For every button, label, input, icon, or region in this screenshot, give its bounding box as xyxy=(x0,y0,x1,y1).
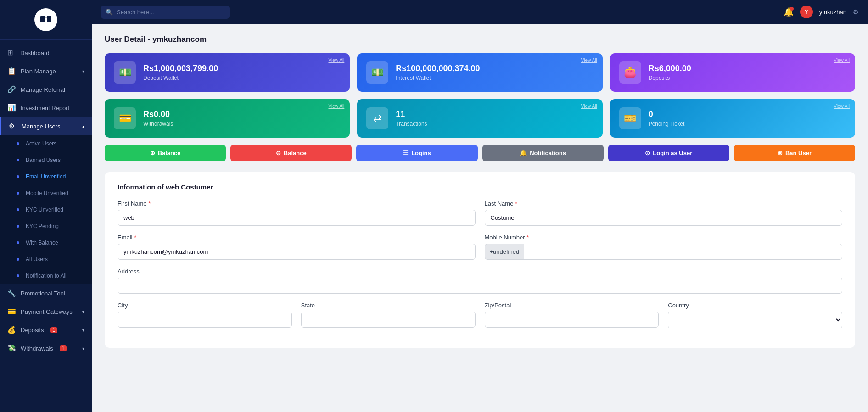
required-marker: * xyxy=(148,200,151,207)
required-marker: * xyxy=(526,234,529,241)
sidebar-item-plan-manage[interactable]: 📋 Plan Manage ▾ xyxy=(0,62,92,80)
notifications-button[interactable]: 🔔 Notifications xyxy=(482,145,604,161)
search-input[interactable] xyxy=(101,6,230,19)
sidebar-item-notification-to-all[interactable]: Notification to All xyxy=(0,267,92,284)
form-group-country: Country xyxy=(668,302,842,328)
view-all-link[interactable]: View All xyxy=(834,58,850,63)
dot-icon xyxy=(17,159,19,161)
referral-icon: 🔗 xyxy=(7,85,16,94)
sidebar-item-banned-users[interactable]: Banned Users xyxy=(0,152,92,168)
form-group-state: State xyxy=(301,302,476,328)
sidebar-item-manage-users[interactable]: ⚙ Manage Users ▴ xyxy=(0,117,92,135)
required-marker: * xyxy=(515,200,517,207)
sidebar-item-label: Withdrawals xyxy=(21,345,53,352)
sidebar-item-all-users[interactable]: All Users xyxy=(0,251,92,267)
stat-info: Rs6,000.00 Deposits xyxy=(649,64,846,81)
add-balance-button[interactable]: ⊕ Balance xyxy=(105,145,226,161)
state-input[interactable] xyxy=(301,312,476,328)
ban-user-button[interactable]: ⊗ Ban User xyxy=(734,145,855,161)
logins-button[interactable]: ☰ Logins xyxy=(356,145,477,161)
logo-icon xyxy=(39,12,53,27)
sidebar-item-withdrawals[interactable]: 💸 Withdrawals 1 ▾ xyxy=(0,339,92,357)
dot-icon xyxy=(17,274,19,277)
last-name-label: Last Name * xyxy=(485,200,843,207)
country-label: Country xyxy=(668,302,842,309)
transactions-icon: ⇄ xyxy=(366,107,388,129)
view-all-link[interactable]: View All xyxy=(581,104,597,109)
remove-balance-label: Balance xyxy=(284,150,307,156)
email-input[interactable] xyxy=(118,244,476,260)
phone-group: +undefined xyxy=(485,244,843,260)
page-title: User Detail - ymkuzhancom xyxy=(105,35,855,44)
sidebar-item-label: Deposits xyxy=(21,327,44,334)
city-input[interactable] xyxy=(118,312,292,328)
country-select[interactable] xyxy=(668,312,842,328)
view-all-link[interactable]: View All xyxy=(328,58,344,63)
user-icon: ⊙ xyxy=(645,150,650,156)
last-name-input[interactable] xyxy=(485,210,843,226)
deposit-wallet-label: Deposit Wallet xyxy=(143,75,341,81)
minus-icon: ⊖ xyxy=(276,150,281,156)
sidebar-subnav-label: Active Users xyxy=(26,140,56,147)
search-wrapper: 🔍 xyxy=(101,6,230,19)
sidebar-item-investment-report[interactable]: 📊 Investment Report xyxy=(0,99,92,117)
transactions-label: Transactions xyxy=(396,121,593,127)
sidebar-subnav-label: KYC Pending xyxy=(26,223,59,229)
stat-info: 11 Transactions xyxy=(396,110,593,127)
chevron-up-icon: ▴ xyxy=(82,124,84,129)
deposits-icon: 👛 xyxy=(619,61,641,84)
action-buttons: ⊕ Balance ⊖ Balance ☰ Logins 🔔 Notificat… xyxy=(105,145,855,161)
deposits-badge: 1 xyxy=(50,327,58,333)
wallet-icon: 💵 xyxy=(114,61,136,84)
view-all-link[interactable]: View All xyxy=(581,58,597,63)
stat-card-deposits: 👛 Rs6,000.00 Deposits View All xyxy=(610,53,855,92)
dot-icon xyxy=(17,175,19,178)
sidebar-item-promotional-tool[interactable]: 🔧 Promotional Tool xyxy=(0,284,92,302)
dot-icon xyxy=(17,142,19,145)
sidebar-item-deposits[interactable]: 💰 Deposits 1 ▾ xyxy=(0,321,92,339)
sidebar-item-kyc-pending[interactable]: KYC Pending xyxy=(0,218,92,234)
sidebar-item-manage-referral[interactable]: 🔗 Manage Referral xyxy=(0,80,92,99)
first-name-input[interactable] xyxy=(118,210,476,226)
sidebar-item-with-balance[interactable]: With Balance xyxy=(0,234,92,251)
stat-info: 0 Pending Ticket xyxy=(649,110,846,127)
email-label: Email * xyxy=(118,234,476,241)
notifications-bell-button[interactable]: 🔔 xyxy=(784,7,794,17)
form-group-last-name: Last Name * xyxy=(485,200,843,226)
sidebar-item-payment-gateways[interactable]: 💳 Payment Gateways ▾ xyxy=(0,302,92,321)
view-all-link[interactable]: View All xyxy=(834,104,850,109)
dot-icon xyxy=(17,225,19,228)
form-group-first-name: First Name * xyxy=(118,200,476,226)
topbar-right: 🔔 Y ymkuzhan ⚙ xyxy=(784,6,859,18)
mobile-input[interactable] xyxy=(524,244,842,260)
login-as-user-button[interactable]: ⊙ Login as User xyxy=(608,145,729,161)
sidebar-subnav-label: With Balance xyxy=(26,239,58,246)
view-all-link[interactable]: View All xyxy=(328,104,344,109)
sidebar-item-label: Investment Report xyxy=(21,105,69,111)
zip-input[interactable] xyxy=(485,312,659,328)
address-input[interactable] xyxy=(118,278,842,294)
sidebar-item-dashboard[interactable]: ⊞ Dashboard xyxy=(0,44,92,62)
ban-user-label: Ban User xyxy=(785,150,812,156)
sidebar-item-label: Plan Manage xyxy=(21,68,56,75)
interest-wallet-amount: Rs100,000,000,374.00 xyxy=(396,64,593,74)
ticket-icon: 🎫 xyxy=(619,107,641,129)
promo-icon: 🔧 xyxy=(7,289,16,297)
topbar: 🔍 🔔 Y ymkuzhan ⚙ xyxy=(92,0,868,24)
gear-icon[interactable]: ⚙ xyxy=(853,8,859,16)
stat-cards-row-1: 💵 Rs1,000,003,799.00 Deposit Wallet View… xyxy=(105,53,855,92)
sidebar-item-email-unverified[interactable]: Email Unverified xyxy=(0,168,92,185)
sidebar-item-active-users[interactable]: Active Users xyxy=(0,135,92,152)
sidebar-subnav-label: Banned Users xyxy=(26,157,61,163)
dot-icon xyxy=(17,258,19,261)
plan-manage-icon: 📋 xyxy=(7,67,16,75)
withdrawals-icon: 💸 xyxy=(7,344,16,352)
sidebar-item-mobile-unverified[interactable]: Mobile Unverified xyxy=(0,185,92,201)
sidebar-item-label: Payment Gateways xyxy=(21,308,73,315)
username-label: ymkuzhan xyxy=(819,9,846,16)
remove-balance-button[interactable]: ⊖ Balance xyxy=(230,145,352,161)
sidebar-subnav-label: Mobile Unverified xyxy=(26,190,68,196)
sidebar-item-kyc-unverified[interactable]: KYC Unverified xyxy=(0,201,92,218)
list-icon: ☰ xyxy=(403,150,409,156)
card-icon: 💳 xyxy=(114,107,136,129)
